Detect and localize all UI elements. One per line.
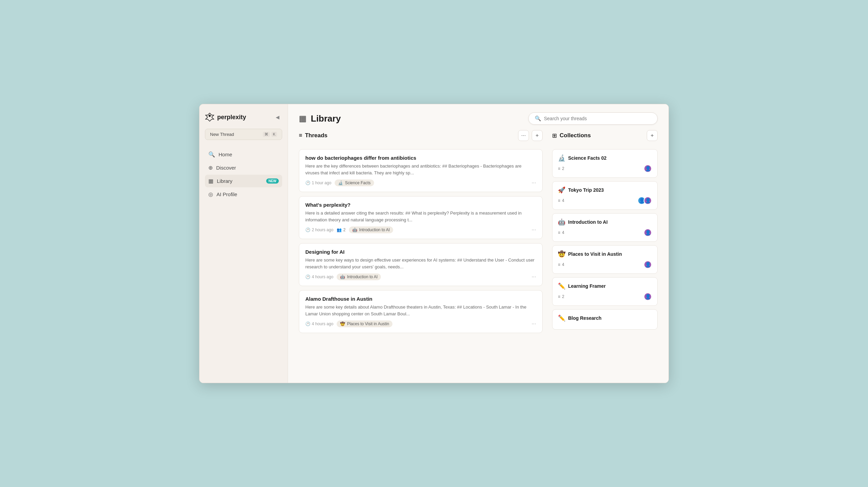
collection-name: Learning Framer bbox=[568, 283, 606, 289]
collection-emoji: ✏️ bbox=[558, 314, 565, 322]
home-icon: 🔍 bbox=[208, 151, 215, 158]
thread-title: how do bacteriophages differ from antibi… bbox=[305, 155, 536, 161]
avatar: 👤 bbox=[644, 293, 652, 301]
collection-name-row: ✏️ Learning Framer bbox=[558, 282, 652, 290]
thread-meta: 🕐 2 hours ago 👥 2 🤖 Introduction to AI ·… bbox=[305, 226, 536, 233]
collection-meta: ≡ 2 👤 bbox=[558, 293, 652, 301]
threads-section-title: Threads bbox=[305, 132, 327, 139]
collection-name-row: 🚀 Tokyo Trip 2023 bbox=[558, 186, 652, 194]
avatar: 👤 bbox=[644, 229, 652, 237]
collection-meta: ≡ 4 👤 bbox=[558, 229, 652, 237]
collection-emoji: 🚀 bbox=[558, 186, 565, 194]
collection-emoji: ✏️ bbox=[558, 282, 565, 290]
table-row[interactable]: What's perplexity? Here is a detailed an… bbox=[299, 196, 543, 239]
thread-time: 🕐 1 hour ago bbox=[305, 180, 331, 185]
stack-icon: ≡ bbox=[558, 230, 560, 235]
thread-time: 🕐 2 hours ago bbox=[305, 227, 333, 232]
thread-more-button[interactable]: ··· bbox=[532, 321, 536, 327]
collection-name: Science Facts 02 bbox=[568, 155, 607, 161]
table-row[interactable]: Designing for AI Here are some key ways … bbox=[299, 243, 543, 286]
thread-more-button[interactable]: ··· bbox=[532, 274, 536, 280]
thread-title: Alamo Drafthouse in Austin bbox=[305, 296, 536, 302]
thread-collection-tag[interactable]: 🔬 Science Facts bbox=[335, 179, 374, 186]
thread-meta: 🕐 4 hours ago 🤠 Places to Visit in Austi… bbox=[305, 320, 536, 327]
clock-icon: 🕐 bbox=[305, 321, 310, 326]
library-page-icon: ▦ bbox=[299, 114, 307, 123]
collection-count: ≡ 4 bbox=[558, 262, 564, 267]
threads-title-row: ≡ Threads bbox=[299, 132, 327, 139]
collections-grid-icon: ⊞ bbox=[552, 132, 557, 139]
clock-icon: 🕐 bbox=[305, 227, 310, 232]
stack-icon: ≡ bbox=[558, 198, 560, 203]
people-icon: 👥 bbox=[337, 227, 342, 232]
stack-icon: ≡ bbox=[558, 262, 560, 267]
list-item[interactable]: 🚀 Tokyo Trip 2023 ≡ 4 👤 👤 bbox=[552, 181, 658, 210]
list-item[interactable]: ✏️ Learning Framer ≡ 2 👤 bbox=[552, 277, 658, 306]
sidebar-item-discover[interactable]: ⊕ Discover bbox=[205, 161, 282, 174]
thread-collection-tag[interactable]: 🤠 Places to Visit in Austin bbox=[337, 320, 392, 327]
perplexity-logo-icon bbox=[205, 112, 214, 122]
search-input[interactable] bbox=[544, 116, 651, 121]
main-content: ▦ Library 🔍 ≡ Threads ··· + bbox=[288, 104, 669, 383]
avatar: 👤 bbox=[644, 261, 652, 269]
sidebar-item-ai-profile[interactable]: ◎ AI Profile bbox=[205, 188, 282, 201]
thread-collection-tag[interactable]: 🤖 Introduction to AI bbox=[349, 226, 393, 233]
list-item[interactable]: 🤠 Places to Visit in Austin ≡ 4 👤 bbox=[552, 245, 658, 274]
thread-time: 🕐 4 hours ago bbox=[305, 274, 333, 279]
collections-add-button[interactable]: + bbox=[647, 130, 658, 141]
collection-name-row: 🤠 Places to Visit in Austin bbox=[558, 250, 652, 258]
table-row[interactable]: how do bacteriophages differ from antibi… bbox=[299, 149, 543, 192]
threads-actions: ··· + bbox=[518, 130, 543, 141]
search-icon: 🔍 bbox=[535, 115, 541, 122]
collection-avatars: 👤 👤 bbox=[638, 197, 652, 205]
thread-title: What's perplexity? bbox=[305, 202, 536, 208]
logo-inner: perplexity bbox=[205, 112, 246, 122]
threads-add-button[interactable]: + bbox=[532, 130, 543, 141]
collection-name: Tokyo Trip 2023 bbox=[568, 187, 604, 193]
table-row[interactable]: Alamo Drafthouse in Austin Here are some… bbox=[299, 290, 543, 333]
discover-icon: ⊕ bbox=[208, 164, 213, 171]
new-thread-button[interactable]: New Thread ⌘ K bbox=[205, 129, 282, 140]
collection-name: Introduction to AI bbox=[568, 219, 608, 225]
search-bar[interactable]: 🔍 bbox=[528, 112, 658, 125]
collection-name: Blog Research bbox=[568, 315, 601, 321]
collection-count: ≡ 2 bbox=[558, 166, 564, 171]
thread-collection-tag[interactable]: 🤖 Introduction to AI bbox=[337, 273, 381, 280]
collection-emoji: 🔬 bbox=[558, 154, 565, 162]
collapse-button[interactable]: ◀ bbox=[273, 112, 282, 122]
library-new-badge: NEW bbox=[266, 178, 279, 184]
thread-title: Designing for AI bbox=[305, 249, 536, 255]
sidebar-item-home[interactable]: 🔍 Home bbox=[205, 148, 282, 161]
list-item[interactable]: ✏️ Blog Research bbox=[552, 309, 658, 330]
thread-excerpt: Here are some key details about Alamo Dr… bbox=[305, 304, 536, 317]
list-item[interactable]: 🤖 Introduction to AI ≡ 4 👤 bbox=[552, 213, 658, 242]
threads-more-button[interactable]: ··· bbox=[518, 130, 529, 141]
thread-more-button[interactable]: ··· bbox=[532, 180, 536, 186]
sidebar-item-ai-profile-label: AI Profile bbox=[216, 191, 237, 197]
sidebar: perplexity ◀ New Thread ⌘ K 🔍 Home ⊕ Dis… bbox=[199, 104, 288, 383]
collection-emoji: 🤖 bbox=[558, 218, 565, 226]
logo-row: perplexity ◀ bbox=[205, 112, 282, 122]
collection-avatars: 👤 bbox=[644, 164, 652, 173]
collection-name-row: 🔬 Science Facts 02 bbox=[558, 154, 652, 162]
thread-more-button[interactable]: ··· bbox=[532, 227, 536, 233]
keyboard-shortcut: ⌘ K bbox=[263, 132, 277, 137]
list-item[interactable]: 🔬 Science Facts 02 ≡ 2 👤 bbox=[552, 149, 658, 178]
collection-name: Places to Visit in Austin bbox=[568, 251, 622, 257]
collection-meta: ≡ 4 👤 bbox=[558, 261, 652, 269]
thread-meta: 🕐 1 hour ago 🔬 Science Facts ··· bbox=[305, 179, 536, 186]
thread-excerpt: Here are some key ways to design effecti… bbox=[305, 257, 536, 270]
collection-name-row: 🤖 Introduction to AI bbox=[558, 218, 652, 226]
thread-collaborators: 👥 2 bbox=[337, 227, 345, 232]
collection-avatars: 👤 bbox=[644, 293, 652, 301]
sidebar-item-library-label: Library bbox=[217, 178, 232, 184]
library-icon: ▦ bbox=[208, 178, 213, 184]
page-title: Library bbox=[311, 113, 341, 124]
collection-meta: ≡ 4 👤 👤 bbox=[558, 197, 652, 205]
sidebar-nav: 🔍 Home ⊕ Discover ▦ Library NEW ◎ AI Pro… bbox=[205, 148, 282, 201]
content-area: ≡ Threads ··· + how do bacteriophages di… bbox=[288, 130, 669, 383]
threads-section-header: ≡ Threads ··· + bbox=[299, 130, 543, 144]
sidebar-item-library[interactable]: ▦ Library NEW bbox=[205, 175, 282, 187]
collection-avatars: 👤 bbox=[644, 261, 652, 269]
avatar: 👤 bbox=[644, 197, 652, 205]
